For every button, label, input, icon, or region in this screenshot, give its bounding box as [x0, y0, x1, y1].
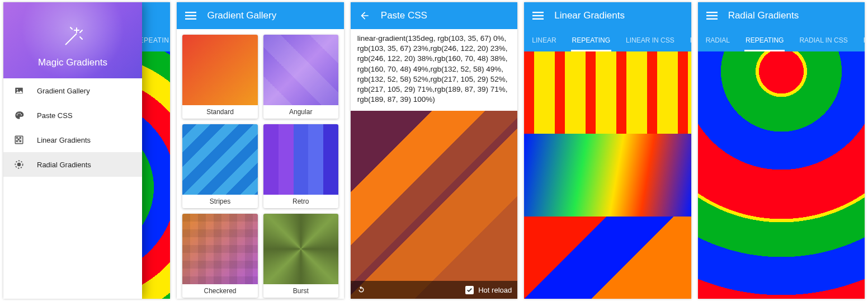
card-label: Standard — [182, 105, 257, 119]
svg-rect-12 — [185, 15, 196, 16]
tab-radial-css[interactable]: RADIAL IN CSS — [791, 29, 855, 51]
svg-line-0 — [65, 34, 77, 45]
screen-linear: Linear Gradients LINEAR REPEATING LINEAR… — [524, 2, 691, 299]
gradient-preview: Hot reload — [351, 111, 517, 299]
gallery-grid[interactable]: Standard Angular Stripes Retro Checkered… — [177, 29, 343, 299]
target-icon — [13, 159, 25, 170]
appbar: Paste CSS — [351, 2, 517, 29]
menu-icon[interactable] — [185, 10, 197, 22]
thumb — [182, 214, 257, 284]
screen-paste-css: Paste CSS linear-gradient(135deg, rgb(10… — [351, 2, 517, 299]
drawer-item-label: Gradient Gallery — [37, 87, 90, 95]
gallery-card-burst[interactable]: Burst — [263, 214, 338, 298]
svg-point-10 — [18, 163, 21, 166]
appbar: Radial Gradients — [698, 2, 865, 29]
svg-rect-14 — [532, 12, 544, 13]
palette-icon — [13, 110, 25, 121]
svg-point-3 — [17, 114, 18, 115]
card-label: Stripes — [182, 195, 257, 208]
linear-sample — [524, 134, 691, 216]
screen-gallery: Gradient Gallery Standard Angular Stripe… — [177, 2, 343, 299]
tab-repeating-css[interactable]: REPEATI — [856, 29, 865, 51]
appbar: Linear Gradients — [524, 2, 691, 29]
preview-footer: Hot reload — [351, 281, 517, 299]
linear-tabs: LINEAR REPEATING LINEAR IN CSS REPEATI — [524, 29, 691, 51]
radial-tabs: RADIAL REPEATING RADIAL IN CSS REPEATI — [698, 29, 865, 51]
card-label: Retro — [263, 195, 338, 208]
menu-icon[interactable] — [706, 10, 718, 22]
svg-rect-17 — [706, 12, 718, 13]
drawer-header: Magic Gradients — [3, 2, 142, 78]
svg-rect-18 — [706, 15, 718, 16]
svg-rect-11 — [185, 12, 196, 13]
gallery-card-standard[interactable]: Standard — [182, 35, 257, 119]
hot-reload-label: Hot reload — [478, 286, 512, 294]
wand-icon — [60, 25, 86, 53]
tab-repeating[interactable]: REPEATING — [738, 29, 791, 51]
screen-radial: Radial Gradients RADIAL REPEATING RADIAL… — [698, 2, 865, 299]
svg-point-5 — [20, 113, 21, 114]
grid-icon — [13, 134, 25, 145]
thumb — [263, 35, 338, 105]
appbar-title: Radial Gradients — [728, 10, 799, 21]
thumb — [263, 124, 338, 195]
card-label: Checkered — [182, 284, 257, 298]
linear-preview — [524, 51, 691, 299]
hot-reload-checkbox[interactable] — [465, 286, 474, 294]
appbar-title: Gradient Gallery — [207, 10, 276, 21]
drawer-item-radial[interactable]: Radial Gradients — [3, 152, 142, 177]
tab-repeating[interactable]: REPEATING — [564, 29, 618, 51]
image-icon — [13, 85, 25, 96]
card-label: Angular — [263, 105, 338, 119]
gallery-card-angular[interactable]: Angular — [263, 35, 338, 119]
svg-rect-13 — [185, 18, 196, 20]
svg-rect-16 — [532, 18, 544, 20]
tab-repeating-css[interactable]: REPEATI — [682, 29, 691, 51]
css-input[interactable]: linear-gradient(135deg, rgb(103, 35, 67)… — [351, 29, 517, 111]
linear-sample — [524, 51, 691, 134]
gallery-card-stripes[interactable]: Stripes — [182, 124, 257, 208]
back-icon[interactable] — [358, 10, 371, 22]
drawer-item-label: Paste CSS — [37, 111, 73, 120]
svg-rect-15 — [532, 15, 544, 16]
screen-drawer: REPEATIN Magic Gradients Gradient Galler… — [3, 2, 170, 299]
tab-linear[interactable]: LINEAR — [524, 29, 564, 51]
svg-point-6 — [21, 114, 22, 115]
drawer-item-linear[interactable]: Linear Gradients — [3, 128, 142, 152]
drawer-title: Magic Gradients — [38, 57, 107, 68]
nav-drawer: Magic Gradients Gradient Gallery Paste C… — [3, 2, 142, 299]
drawer-item-label: Radial Gradients — [37, 161, 91, 169]
tab-linear-css[interactable]: LINEAR IN CSS — [618, 29, 682, 51]
appbar-title: Paste CSS — [381, 10, 427, 21]
radial-preview — [698, 51, 865, 299]
appbar: Gradient Gallery — [177, 2, 343, 29]
appbar-title: Linear Gradients — [554, 10, 625, 21]
card-label: Burst — [263, 284, 338, 298]
gallery-card-retro[interactable]: Retro — [263, 124, 338, 208]
drawer-item-paste-css[interactable]: Paste CSS — [3, 103, 142, 128]
svg-rect-19 — [706, 18, 718, 20]
menu-icon[interactable] — [532, 10, 544, 22]
linear-sample — [524, 217, 691, 299]
tab-radial[interactable]: RADIAL — [698, 29, 738, 51]
drawer-item-label: Linear Gradients — [37, 136, 91, 144]
refresh-icon[interactable] — [356, 285, 366, 295]
gallery-card-checkered[interactable]: Checkered — [182, 214, 257, 298]
thumb — [182, 124, 257, 195]
drawer-item-gallery[interactable]: Gradient Gallery — [3, 78, 142, 103]
thumb — [263, 214, 338, 284]
thumb — [182, 35, 257, 105]
svg-point-2 — [17, 89, 18, 90]
svg-point-4 — [18, 113, 19, 114]
